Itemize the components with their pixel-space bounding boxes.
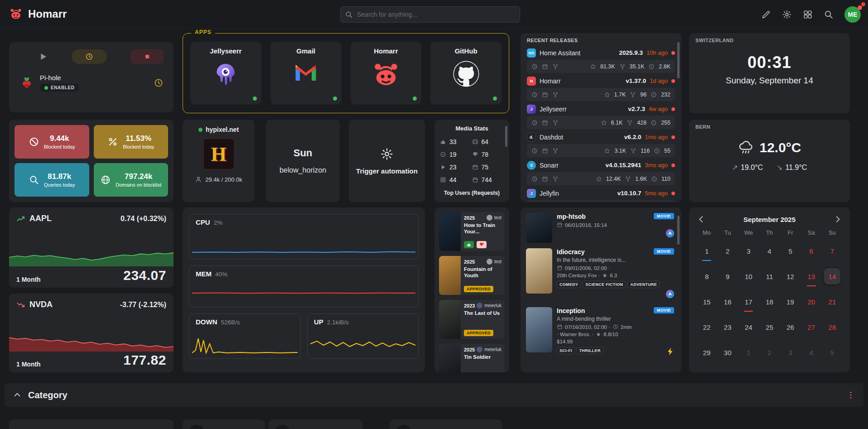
play-icon bbox=[440, 164, 446, 170]
disable-stop-button[interactable] bbox=[130, 49, 164, 64]
release-row[interactable]: HA Home Assitant 2025.9.3 10h ago bbox=[527, 46, 675, 60]
app-tile-homarr[interactable]: Homarr bbox=[351, 42, 422, 105]
release-app-icon: S bbox=[527, 161, 536, 170]
calendar-day[interactable]: 18 bbox=[761, 289, 777, 314]
app-tile-jellyseerr[interactable]: Jellyseerr bbox=[190, 42, 261, 105]
calendar-day[interactable]: 5 bbox=[782, 238, 799, 264]
history-clock-icon[interactable] bbox=[154, 78, 164, 88]
bottom-widget-partial[interactable] bbox=[9, 419, 174, 429]
calendar-day[interactable]: 22 bbox=[699, 314, 715, 340]
automation-widget[interactable]: Trigger automation bbox=[349, 120, 425, 202]
calendar-day[interactable]: 12 bbox=[782, 264, 799, 289]
media-date: 09/01/2006, 02:00 · bbox=[565, 265, 610, 271]
release-row[interactable]: H Homarr v1.37.0 1d ago bbox=[527, 74, 675, 88]
calendar-day[interactable]: 27 bbox=[803, 314, 820, 340]
media-runtime: 2min bbox=[621, 324, 632, 330]
calendar-day[interactable]: 3 bbox=[740, 238, 757, 264]
search-toggle-icon[interactable] bbox=[824, 10, 834, 19]
calendar-day[interactable]: 4 bbox=[761, 238, 777, 264]
disable-timer-button[interactable] bbox=[72, 49, 107, 64]
stat-tile-blocked-percent[interactable]: 11.53%Blocked today bbox=[94, 125, 169, 159]
calendar-day[interactable]: 1 bbox=[699, 238, 715, 264]
calendar-day[interactable]: 7 bbox=[824, 238, 840, 264]
library-item[interactable]: mp-htsob MOVIE 06/01/2016, 15:14 bbox=[526, 213, 676, 243]
calendar-day[interactable]: 11 bbox=[761, 264, 777, 289]
bottom-app-tile[interactable]: Wiki... bbox=[183, 419, 265, 429]
stat-label: Blocked today bbox=[44, 144, 75, 149]
category-menu-dots-icon[interactable] bbox=[846, 390, 855, 400]
calendar-day[interactable]: 3 bbox=[782, 340, 799, 365]
calendar-day[interactable]: 9 bbox=[719, 264, 736, 289]
app-logo[interactable]: Homarr bbox=[9, 7, 67, 21]
grid-icon bbox=[440, 177, 446, 183]
release-stats-row: 81.3K 35.1K 2.8K bbox=[527, 60, 675, 73]
scrollbar-thumb[interactable] bbox=[505, 126, 507, 147]
bottom-app-tile[interactable]: Jok... bbox=[390, 419, 502, 429]
calendar-day[interactable]: 30 bbox=[719, 340, 736, 365]
release-alert-dot bbox=[671, 135, 675, 139]
release-row[interactable]: S Sonarr v4.0.15.2941 3mo ago bbox=[527, 158, 675, 172]
user-avatar[interactable]: ME bbox=[844, 6, 861, 23]
release-row[interactable]: J Jellyseerr v2.7.3 4w ago bbox=[527, 102, 675, 116]
genre-chips: COMEDYSCIENCE FICTIONADVENTURE bbox=[557, 281, 674, 288]
collapse-chevron-icon[interactable] bbox=[13, 390, 22, 400]
ban-icon bbox=[29, 136, 39, 147]
release-row[interactable]: J Jellyfin v10.10.7 5mo ago bbox=[527, 186, 675, 200]
release-row[interactable]: d. Dashdot v6.2.0 1mo ago bbox=[527, 130, 675, 144]
calendar-day[interactable]: 2 bbox=[761, 340, 777, 365]
calendar-day[interactable]: 6 bbox=[803, 238, 820, 264]
decline-thumb-down-button[interactable] bbox=[477, 241, 487, 248]
calendar-month-label[interactable]: September 2025 bbox=[743, 216, 796, 223]
approve-thumb-up-button[interactable] bbox=[464, 241, 474, 248]
settings-gear-icon[interactable] bbox=[782, 10, 792, 19]
app-tile-gmail[interactable]: Gmail bbox=[270, 42, 342, 105]
apps-category-section: APPS Jellyseerr Gmail Homarr GitHub bbox=[183, 33, 509, 113]
library-item[interactable]: Idiocracy MOVIE In the future, intellige… bbox=[526, 248, 676, 302]
calendar-day[interactable]: 17 bbox=[740, 289, 757, 314]
calendar-day[interactable]: 5 bbox=[824, 340, 840, 365]
calendar-day[interactable]: 24 bbox=[740, 314, 757, 340]
scrollbar-thumb[interactable] bbox=[677, 42, 680, 78]
calendar-day[interactable]: 10 bbox=[740, 264, 757, 289]
calendar-day[interactable]: 26 bbox=[782, 314, 799, 340]
calendar-day[interactable]: 4 bbox=[803, 340, 820, 365]
request-item[interactable]: 2023 meierluk The Last of Us APPROVED bbox=[439, 300, 505, 339]
prev-month-chevron-icon[interactable] bbox=[696, 214, 706, 224]
calendar-day[interactable]: 14 bbox=[824, 264, 840, 289]
boards-grid-icon[interactable] bbox=[803, 10, 813, 19]
calendar-day[interactable]: 16 bbox=[719, 289, 736, 314]
request-item[interactable]: 2025 meierluk Tin Soldier bbox=[439, 344, 505, 372]
calendar-day[interactable]: 25 bbox=[761, 314, 777, 340]
edit-mode-icon[interactable] bbox=[761, 10, 771, 19]
global-search bbox=[340, 6, 520, 23]
enable-play-button[interactable] bbox=[38, 52, 48, 62]
stock-widget-nvda[interactable]: NVDA -3.77 (-2.12%) 1 Month 177.82 bbox=[9, 294, 174, 372]
calendar-day[interactable]: 28 bbox=[824, 314, 840, 340]
calendar-day[interactable]: 2 bbox=[719, 238, 736, 264]
release-stars: 1.7K bbox=[614, 92, 626, 98]
calendar-day[interactable]: 8 bbox=[699, 264, 715, 289]
calendar-day[interactable]: 23 bbox=[719, 314, 736, 340]
next-month-chevron-icon[interactable] bbox=[833, 214, 843, 224]
stock-widget-aapl[interactable]: AAPL 0.74 (+0.32%) 1 Month 234.07 bbox=[9, 207, 174, 288]
search-input[interactable] bbox=[340, 6, 520, 23]
app-tile-github[interactable]: GitHub bbox=[430, 42, 502, 105]
calendar-day[interactable]: 1 bbox=[740, 340, 757, 365]
request-year: 2023 bbox=[464, 303, 475, 308]
calendar-day[interactable]: 20 bbox=[803, 289, 820, 314]
scrollbar-thumb[interactable] bbox=[677, 216, 680, 245]
calendar-day[interactable]: 13 bbox=[803, 264, 820, 289]
stat-tile-queries[interactable]: 81.87kQueries today bbox=[14, 163, 89, 197]
request-item[interactable]: 2025 test Fountain of Youth APPROVED bbox=[439, 256, 505, 295]
release-age: 5mo ago bbox=[645, 190, 668, 197]
library-item[interactable]: Inception MOVIE A mind-bending thriller … bbox=[526, 307, 676, 358]
stat-tile-blocked[interactable]: 9.44kBlocked today bbox=[14, 125, 89, 159]
stat-tile-blocklist[interactable]: 797.24kDomains on blocklist bbox=[94, 163, 169, 197]
release-issues: 55 bbox=[664, 148, 670, 154]
request-item[interactable]: 2025 test How to Train Your... bbox=[439, 212, 505, 251]
calendar-day[interactable]: 15 bbox=[699, 289, 715, 314]
calendar-day[interactable]: 21 bbox=[824, 289, 840, 314]
calendar-day[interactable]: 19 bbox=[782, 289, 799, 314]
bottom-app-tile[interactable]: Wind... bbox=[268, 419, 362, 429]
calendar-day[interactable]: 29 bbox=[699, 340, 715, 365]
